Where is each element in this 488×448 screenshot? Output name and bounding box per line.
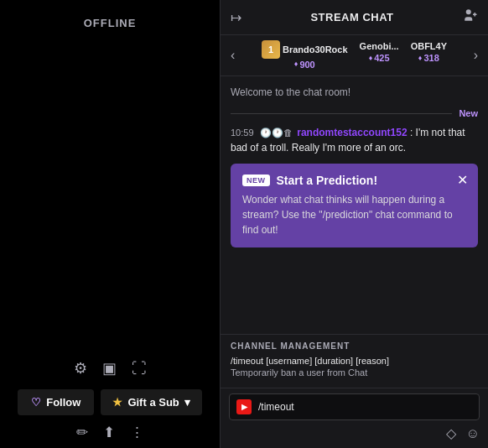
user-strip: ‹ 1 Brando30Rock ♦ 900 Genobi... ♦ 425 [221, 35, 488, 76]
message-timestamp: 10:59 [231, 128, 254, 138]
user2-pts-value: 425 [374, 52, 389, 64]
share-icon[interactable]: ⬆ [103, 424, 115, 441]
message-username[interactable]: randomtestaccount152 [297, 127, 407, 138]
pencil-icon[interactable]: ✏ [76, 424, 88, 441]
user2-points: ♦ 425 [369, 52, 390, 64]
chat-input-area: ▶ /timeout ◇ ☺ [221, 388, 488, 448]
channel-mgmt-label: CHANNEL MANAGEMENT [231, 341, 478, 351]
user3-pts-value: 318 [423, 52, 439, 64]
prediction-body: Wonder what chat thinks will happen duri… [242, 192, 466, 237]
user1-points: ♦ 900 [294, 59, 315, 70]
extra-icons-row: ✏ ⬆ ⋮ [76, 424, 144, 441]
strip-user-1[interactable]: 1 Brando30Rock ♦ 900 [262, 40, 348, 70]
message-icons: 🕐🕐🗑 [260, 128, 293, 138]
stream-chat-panel: ↦ STREAM CHAT ‹ 1 Brando30Rock ♦ 900 [220, 0, 488, 448]
prediction-card: NEW Start a Prediction! ✕ Wonder what ch… [231, 164, 478, 247]
svg-point-0 [466, 9, 471, 14]
settings-icon[interactable]: ⚙ [74, 359, 87, 378]
prediction-close-button[interactable]: ✕ [457, 172, 468, 188]
chat-input-box: ▶ /timeout [229, 393, 480, 420]
more-options-icon[interactable]: ⋮ [130, 424, 144, 441]
divider-line [231, 113, 452, 114]
diamond-icon-1: ♦ [294, 60, 299, 70]
command-description: Temporarily ban a user from Chat [231, 367, 478, 378]
user2-name: Genobi... [360, 40, 399, 52]
chat-header-left: ↦ [231, 9, 241, 25]
strip-next-arrow[interactable]: › [470, 48, 481, 63]
chat-title: STREAM CHAT [241, 11, 463, 23]
user-management-icon[interactable] [463, 11, 478, 25]
layout-icon[interactable]: ▣ [102, 359, 117, 378]
chat-messages: Welcome to the chat room! New 10:59 🕐🕐🗑 … [221, 76, 488, 334]
user1-rank-badge: 1 [262, 40, 280, 59]
heart-icon: ♡ [31, 396, 41, 409]
diamond-icon-2: ♦ [369, 54, 373, 64]
strip-user-2[interactable]: Genobi... ♦ 425 [360, 40, 399, 70]
chat-header: ↦ STREAM CHAT [221, 0, 488, 35]
video-icon: ▶ [236, 399, 252, 414]
new-messages-divider: New [231, 108, 478, 118]
prediction-new-tag: NEW [242, 175, 270, 186]
bottom-buttons-row: ♡ Follow ★ Gift a Sub ▾ [18, 389, 202, 415]
chat-popout-icon[interactable]: ↦ [231, 9, 241, 25]
user1-pts-value: 900 [299, 59, 314, 70]
offline-label: OFFLINE [84, 17, 137, 29]
controls-row: ⚙ ▣ ⛶ [74, 359, 147, 378]
points-icon[interactable]: ◇ [446, 425, 456, 441]
chat-header-right [463, 8, 478, 27]
chat-input-actions: ◇ ☺ [229, 425, 480, 441]
chat-message-1: 10:59 🕐🕐🗑 randomtestaccount152 : I'm not… [231, 125, 478, 155]
user1-name: Brando30Rock [283, 44, 348, 55]
left-panel: OFFLINE ⚙ ▣ ⛶ ♡ Follow ★ Gift a Sub ▾ ✏ … [0, 0, 220, 448]
gift-sub-button[interactable]: ★ Gift a Sub ▾ [101, 389, 201, 415]
emoji-icon[interactable]: ☺ [466, 426, 480, 441]
prediction-header: NEW Start a Prediction! [242, 174, 466, 187]
follow-button[interactable]: ♡ Follow [18, 389, 94, 415]
dropdown-arrow-icon: ▾ [184, 396, 190, 409]
strip-users: 1 Brando30Rock ♦ 900 Genobi... ♦ 425 OBF… [243, 40, 465, 70]
user3-points: ♦ 318 [418, 52, 439, 64]
new-badge: New [459, 108, 478, 118]
strip-prev-arrow[interactable]: ‹ [227, 48, 238, 63]
chat-input-value[interactable]: /timeout [258, 401, 472, 413]
user1-badge: 1 Brando30Rock [262, 40, 348, 59]
strip-user-3[interactable]: OBFL4Y ♦ 318 [411, 40, 447, 70]
gift-sub-label: Gift a Sub [127, 396, 179, 409]
diamond-icon-3: ♦ [418, 54, 423, 64]
command-hint: /timeout [username] [duration] [reason] [231, 356, 478, 366]
welcome-message: Welcome to the chat room! [231, 83, 478, 102]
channel-management: CHANNEL MANAGEMENT /timeout [username] [… [221, 334, 488, 388]
prediction-title: Start a Prediction! [277, 174, 467, 187]
star-icon: ★ [112, 396, 122, 409]
follow-label: Follow [46, 396, 80, 409]
fullscreen-icon[interactable]: ⛶ [132, 360, 147, 378]
user3-name: OBFL4Y [411, 40, 447, 52]
